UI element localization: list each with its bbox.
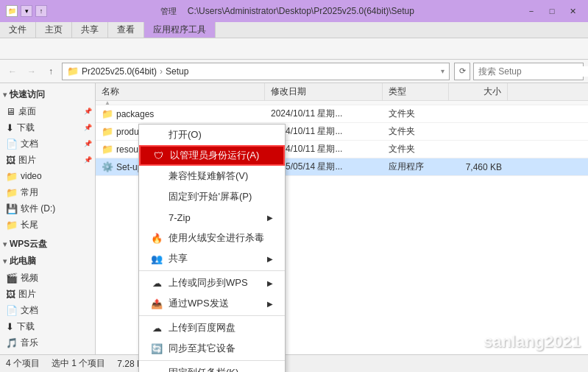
search-box[interactable]: 🔍 [473,63,584,80]
window-controls: − □ ✕ [522,4,582,18]
separator-2 [139,315,285,316]
folder-icon-packages: 📁 [102,108,113,119]
tail-label: 长尾 [21,219,38,231]
col-name[interactable]: 名称 [96,83,265,100]
quick-access-label: 快速访问 [10,88,45,101]
maximize-button[interactable]: □ [542,4,562,18]
pc-header[interactable]: ▾ 此电脑 [0,253,95,270]
file-size-resources [449,141,508,158]
forward-button[interactable]: → [24,63,40,80]
sidebar-item-pc-dl[interactable]: ⬇ 下载 [0,318,95,334]
wps-send-icon: 📤 [151,298,163,309]
sidebar-item-pc-video[interactable]: 🎬 视频 [0,270,95,286]
ribbon: 文件 主页 共享 查看 应用程序工具 [0,22,588,60]
packages-label: packages [116,109,154,119]
ctx-baidu-label: 上传到百度网盘 [169,321,235,334]
tab-tools[interactable]: 应用程序工具 [144,22,216,38]
pc-video-icon: 🎬 [6,273,18,284]
pc-docs-icon: 📄 [6,305,18,316]
title-path-text: C:\Users\Administrator\Desktop\Pr2025v25… [188,6,414,16]
sidebar-item-pics[interactable]: 🖼 图片 📌 [0,152,95,168]
ctx-baidu[interactable]: ☁ 上传到百度网盘 [139,317,285,338]
wps-arrow: ▾ [3,240,7,248]
minimize-button[interactable]: − [522,4,541,18]
pics-label: 图片 [18,154,36,166]
exe-icon-setup: ⚙️ [102,161,113,172]
video-label: video [21,171,42,181]
status-bar: 4 个项目 选中 1 个项目 7.28 MB [0,354,588,372]
sidebar-item-docs[interactable]: 📄 文档 📌 [0,136,95,152]
docs-label: 文档 [21,138,38,150]
folder-icon-products: 📁 [102,126,113,137]
desktop-icon: 🖥 [6,106,15,117]
ctx-7zip-label: 7-Zip [169,212,191,223]
sidebar: ▾ 快速访问 🖥 桌面 📌 ⬇ 下载 📌 📄 文档 📌 🖼 图片 📌 📁 vid… [0,83,96,354]
ctx-open[interactable]: 打开(O) [139,124,285,145]
file-date-packages: 2024/10/11 星期... [265,105,383,122]
file-size-setup: 7,460 KB [449,158,508,175]
ctx-run-as-admin[interactable]: 🛡 以管理员身份运行(A) [139,145,285,166]
sidebar-item-pc-pics[interactable]: 🖼 图片 [0,286,95,302]
ctx-7zip[interactable]: 7-Zip ▶ [139,207,285,228]
pc-music-icon: 🎵 [6,337,18,348]
sidebar-item-software[interactable]: 💾 软件 (D:) [0,200,95,217]
pc-label: 此电脑 [10,255,36,267]
ctx-pin-start[interactable]: 固定到'开始'屏幕(P) [139,186,285,207]
desktop-label: 桌面 [18,105,36,118]
ctx-compat[interactable]: 兼容性疑难解答(V) [139,166,285,186]
search-input[interactable] [478,66,588,77]
quick-access-header[interactable]: ▾ 快速访问 [0,86,95,103]
tab-view[interactable]: 查看 [108,22,144,38]
separator-3 [139,360,285,361]
arrow-7zip: ▶ [267,214,273,222]
pc-arrow: ▾ [3,257,7,265]
ctx-antivirus[interactable]: 🔥 使用火绒安全进行杀毒 [139,228,285,248]
arrow-wps-send: ▶ [267,300,273,308]
arrow-share: ▶ [267,255,273,263]
tab-home[interactable]: 主页 [36,22,72,38]
ctx-sync[interactable]: 🔄 同步至其它设备 [139,338,285,359]
sidebar-item-desktop[interactable]: 🖥 桌面 📌 [0,103,95,119]
refresh-button[interactable]: ⟳ [454,63,470,80]
folder-icon-resources: 📁 [102,144,113,155]
tab-file[interactable]: 文件 [0,22,36,38]
file-size-products [449,123,508,140]
sidebar-item-downloads[interactable]: ⬇ 下载 📌 [0,119,95,136]
file-type-setup: 应用程序 [383,158,449,175]
back-button[interactable]: ← [4,63,21,80]
sync-icon: 🔄 [151,343,163,354]
pc-pics-label: 图片 [18,288,36,301]
up-button[interactable]: ↑ [43,63,59,80]
tail-icon: 📁 [6,220,18,231]
sidebar-item-tail[interactable]: 📁 长尾 [0,217,95,233]
col-type[interactable]: 类型 [383,83,449,100]
file-type-products: 文件夹 [383,123,449,140]
ctx-wps-send[interactable]: 📤 通过WPS发送 ▶ [139,293,285,314]
file-name-packages: 📁 packages [96,105,265,122]
sidebar-item-pc-docs[interactable]: 📄 文档 [0,302,95,318]
wps-header[interactable]: ▾ WPS云盘 [0,236,95,253]
ctx-pin-start-label: 固定到'开始'屏幕(P) [169,190,252,203]
col-size[interactable]: 大小 [449,83,508,100]
manage-label: 管理 [155,4,183,18]
address-box[interactable]: 📁 Pr2025v25.0(64bit) › Setup ▾ [62,63,450,80]
ctx-pin-taskbar[interactable]: 固定到任务栏(K) [139,362,285,372]
pin-icon-3: 📌 [84,140,92,147]
pc-dl-icon: ⬇ [6,321,14,332]
dropdown-arrow[interactable]: ▾ [441,67,444,75]
ctx-wps-upload[interactable]: ☁ 上传或同步到WPS ▶ [139,273,285,293]
close-button[interactable]: ✕ [563,4,582,18]
ctx-open-label: 打开(O) [169,128,202,141]
sidebar-item-common[interactable]: 📁 常用 [0,184,95,200]
col-date[interactable]: 修改日期 [265,83,383,100]
sidebar-item-pc-music[interactable]: 🎵 音乐 [0,334,95,351]
quick-access-btn[interactable]: ▾ [21,5,32,17]
arrow-wps-upload: ▶ [267,279,273,287]
up-btn-title[interactable]: ↑ [35,5,47,17]
tab-share[interactable]: 共享 [72,22,108,38]
sidebar-item-video[interactable]: 📁 video [0,168,95,184]
table-row[interactable]: 📁 packages 2024/10/11 星期... 文件夹 [96,105,588,123]
ctx-share[interactable]: 👥 共享 ▶ [139,248,285,269]
pc-video-label: 视频 [21,272,38,284]
file-size-packages [449,105,508,122]
